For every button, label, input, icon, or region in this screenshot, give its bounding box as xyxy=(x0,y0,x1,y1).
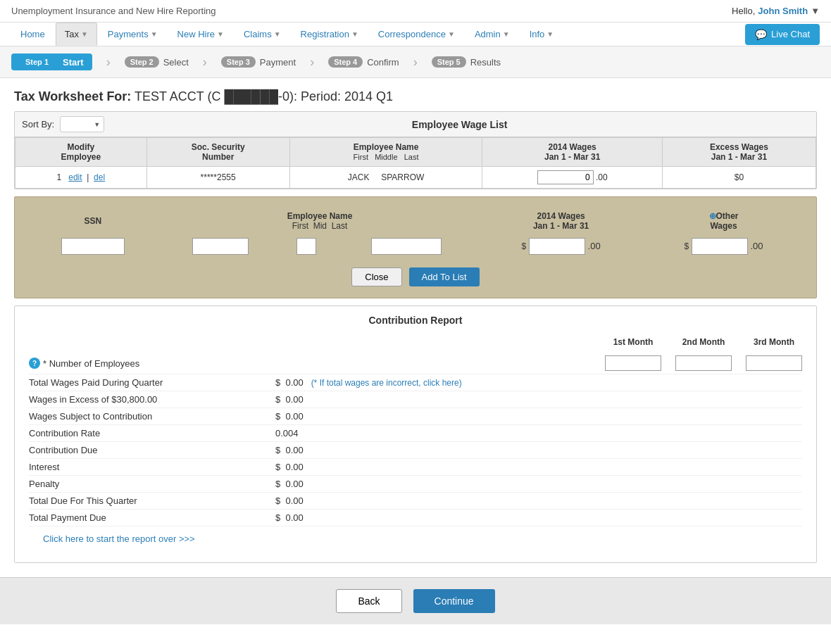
due-value: 0.00 xyxy=(285,445,303,455)
bottom-bar: Back Continue xyxy=(0,577,831,624)
other-wages-info-icon[interactable]: ⊕ xyxy=(709,211,716,221)
edit-link[interactable]: edit xyxy=(68,172,82,182)
employees-month-1-input[interactable] xyxy=(605,355,661,371)
contribution-section: Contribution Report 1st Month 2nd Month … xyxy=(14,305,817,563)
nav-item-newhire[interactable]: New Hire ▼ xyxy=(168,23,233,46)
month-1-header: 1st Month xyxy=(605,337,661,347)
add-wages-cell: $ .00 xyxy=(480,234,642,259)
due-dollar: $ xyxy=(275,445,280,455)
continue-button[interactable]: Continue xyxy=(413,589,495,613)
penalty-value: 0.00 xyxy=(285,479,303,489)
contrib-row-total-wages: Total Wages Paid During Quarter $ 0.00 (… xyxy=(29,374,802,391)
nav-bar: Home Tax ▼ Payments ▼ New Hire ▼ Claims … xyxy=(0,23,831,46)
contrib-label-total-wages: Total Wages Paid During Quarter xyxy=(29,377,275,388)
add-form-buttons: Close Add To List xyxy=(26,267,805,286)
wage-decimal: .00 xyxy=(596,172,608,182)
close-button[interactable]: Close xyxy=(351,267,401,286)
employees-info-icon[interactable]: ? xyxy=(29,358,40,369)
row-num: 1 xyxy=(57,172,62,182)
contrib-row-due: Contribution Due $ 0.00 xyxy=(29,442,802,459)
interest-value: 0.00 xyxy=(285,462,303,472)
employees-month-2-input[interactable] xyxy=(675,355,732,371)
step-5: Step 5 Results xyxy=(432,56,501,68)
add-other-input[interactable] xyxy=(692,238,748,255)
step-sep-3: › xyxy=(310,55,314,70)
employees-label-text: * Number of Employees xyxy=(43,358,139,369)
step-2-badge: Step 2 xyxy=(125,56,159,68)
app-title: Unemployment Insurance and New Hire Repo… xyxy=(11,6,215,16)
step-5-badge: Step 5 xyxy=(432,56,466,68)
excess-label: Wages in Excess of $30,800.00 xyxy=(29,394,157,405)
contrib-label-penalty: Penalty xyxy=(29,479,275,489)
other-dollar-prefix: $ xyxy=(685,241,689,251)
add-wages-input[interactable] xyxy=(529,238,585,255)
contrib-value-payment-due: $ 0.00 xyxy=(275,512,802,523)
excess-dollar: $ xyxy=(275,394,280,405)
contrib-value-interest: $ 0.00 xyxy=(275,462,802,472)
payments-arrow-icon: ▼ xyxy=(151,30,158,38)
nav-item-tax[interactable]: Tax ▼ xyxy=(56,23,97,46)
add-last-input[interactable] xyxy=(371,238,442,255)
month-3-header: 3rd Month xyxy=(746,337,802,347)
col-ssn: Soc. SecurityNumber xyxy=(146,138,289,167)
nav-item-admin[interactable]: Admin ▼ xyxy=(466,23,519,46)
nav-item-registration[interactable]: Registration ▼ xyxy=(292,23,368,46)
row-excess: $0 xyxy=(662,167,816,189)
top-header: Unemployment Insurance and New Hire Repo… xyxy=(0,0,831,23)
live-chat-button[interactable]: 💬 Live Chat xyxy=(745,24,820,45)
step-1-label: Start xyxy=(63,57,84,68)
row-wages-cell: .00 xyxy=(482,167,662,189)
greeting-prefix: Hello, xyxy=(732,6,755,16)
chevron-down-icon[interactable]: ▼ xyxy=(811,6,820,16)
nav-item-info[interactable]: Info ▼ xyxy=(520,23,563,46)
add-col-other: ⊕OtherWages xyxy=(642,208,805,234)
page-title-account: TEST ACCT (C ██████-0): Period: 2014 Q1 xyxy=(135,89,393,103)
col-modify: ModifyEmployee xyxy=(15,138,147,167)
contrib-row-employees: ? * Number of Employees xyxy=(29,353,802,374)
add-ssn-input[interactable] xyxy=(61,238,125,255)
payment-due-label: Total Payment Due xyxy=(29,512,106,523)
total-wages-value: 0.00 xyxy=(285,377,303,388)
contrib-label-subject: Wages Subject to Contribution xyxy=(29,411,275,422)
nav-item-claims[interactable]: Claims ▼ xyxy=(235,23,290,46)
info-arrow-icon: ▼ xyxy=(546,30,554,38)
excess-value: 0.00 xyxy=(285,394,303,405)
total-wages-note[interactable]: (* If total wages are incorrect, click h… xyxy=(311,378,462,388)
total-due-dollar: $ xyxy=(275,495,280,506)
step-sep-1: › xyxy=(106,55,111,70)
add-mid-cell xyxy=(280,234,332,259)
add-to-list-button[interactable]: Add To List xyxy=(409,267,480,286)
contrib-value-due: $ 0.00 xyxy=(275,445,802,455)
contribution-title: Contribution Report xyxy=(29,315,802,326)
nav-item-payments[interactable]: Payments ▼ xyxy=(99,23,167,46)
contrib-label-employees: ? * Number of Employees xyxy=(29,358,275,369)
subject-dollar: $ xyxy=(275,411,280,422)
add-first-input[interactable] xyxy=(192,238,249,255)
restart-link[interactable]: Click here to start the report over >>> xyxy=(29,526,802,551)
del-link[interactable]: del xyxy=(94,172,105,182)
col-wages: 2014 WagesJan 1 - Mar 31 xyxy=(482,138,662,167)
wages-decimal-suffix: .00 xyxy=(588,241,601,251)
step-2-label: Select xyxy=(163,57,189,68)
sort-select-wrap[interactable]: SSN Name xyxy=(60,116,104,132)
row-wages-input[interactable] xyxy=(537,170,594,184)
live-chat-label: Live Chat xyxy=(771,29,810,39)
contrib-row-subject: Wages Subject to Contribution $ 0.00 xyxy=(29,408,802,425)
nav-item-home[interactable]: Home xyxy=(11,23,54,46)
step-3-label: Payment xyxy=(260,57,296,68)
add-mid-input[interactable] xyxy=(296,238,316,255)
tax-arrow-icon: ▼ xyxy=(81,30,88,38)
employees-month-3-input[interactable] xyxy=(746,355,802,371)
step-1: Step 1 Start xyxy=(11,53,92,70)
contrib-value-excess: $ 0.00 xyxy=(275,394,802,405)
contrib-label-total-due: Total Due For This Quarter xyxy=(29,495,275,506)
back-button[interactable]: Back xyxy=(336,589,401,613)
sort-select[interactable]: SSN Name xyxy=(60,116,104,132)
add-col-name: Employee NameFirst Mid Last xyxy=(160,208,480,234)
row-name: JACK SPARROW xyxy=(289,167,482,189)
step-4-badge: Step 4 xyxy=(328,56,363,68)
contrib-value-subject: $ 0.00 xyxy=(275,411,802,422)
page-title-prefix: Tax Worksheet For: xyxy=(14,89,131,103)
contrib-value-rate: 0.004 xyxy=(275,428,802,438)
nav-item-correspondence[interactable]: Correspondence ▼ xyxy=(369,23,464,46)
